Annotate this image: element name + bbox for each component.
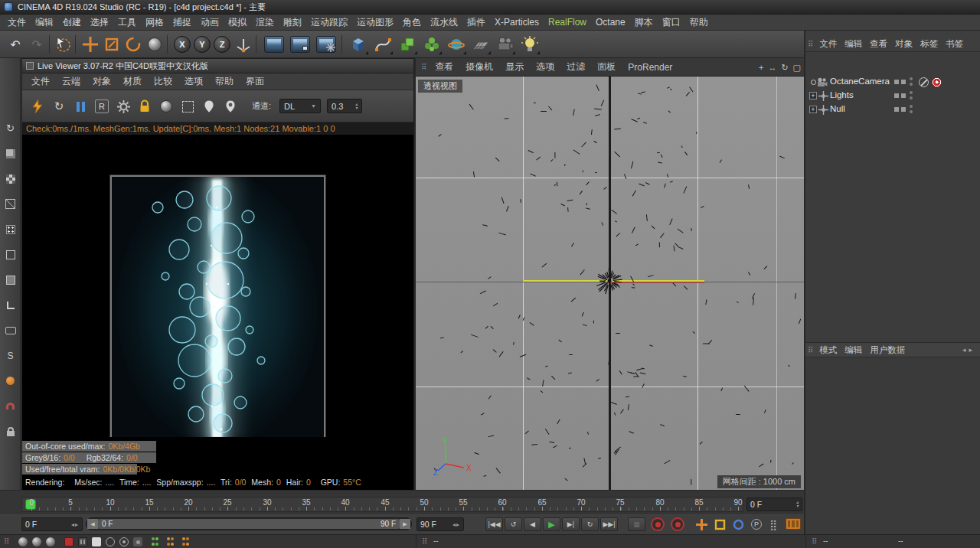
menu-simulate[interactable]: 模拟 — [224, 16, 251, 29]
record-keyframe-button[interactable] — [651, 517, 665, 531]
camera-icon[interactable] — [495, 34, 516, 55]
history-arrows-icon[interactable]: ◂▸ — [962, 346, 975, 354]
orange-cluster-icon[interactable] — [182, 537, 191, 546]
lv-menu-objects[interactable]: 对象 — [87, 75, 117, 88]
enable-axis-icon[interactable] — [2, 296, 19, 314]
gray-sphere-icon[interactable] — [18, 537, 28, 546]
lv-menu-cloud[interactable]: 云端 — [56, 75, 87, 88]
redo-icon[interactable]: ↷ — [26, 34, 47, 55]
current-frame-field[interactable]: 0 F◂▸ — [21, 517, 83, 531]
render-visibility-dot[interactable] — [910, 96, 913, 99]
am-menu-edit[interactable]: 编辑 — [841, 344, 866, 356]
live-viewer-titlebar[interactable]: Live Viewer 3.07-R2 中国C4D联盟中文汉化版 — [22, 59, 413, 73]
simulation-icon[interactable] — [446, 34, 467, 55]
floor-icon[interactable] — [470, 34, 492, 55]
texture-mode-icon[interactable] — [2, 170, 19, 188]
pick-object-icon[interactable] — [221, 97, 240, 116]
move-tool-icon[interactable] — [80, 34, 101, 55]
menu-script[interactable]: 脚本 — [630, 16, 658, 29]
viewport-solo-icon[interactable] — [2, 321, 19, 339]
render-visibility-dot[interactable] — [910, 83, 913, 86]
panel-grip-icon[interactable]: ⠿ — [419, 63, 429, 71]
rotate-tool-icon[interactable] — [122, 34, 144, 55]
menu-motion-tracker[interactable]: 运动跟踪 — [306, 16, 352, 29]
reset-button[interactable]: R — [93, 97, 111, 116]
loop-button[interactable]: ↻ — [581, 517, 599, 531]
polygons-mode-icon[interactable] — [2, 271, 19, 289]
menu-window[interactable]: 窗口 — [658, 16, 685, 29]
menu-help[interactable]: 帮助 — [685, 16, 713, 29]
object-manager-tree[interactable]: OctaneCamera + Lights + — [805, 52, 980, 342]
panel-splitter[interactable] — [414, 58, 416, 490]
end-frame-field[interactable]: 90 F◂▸ — [416, 517, 464, 531]
editor-visibility-dot[interactable] — [910, 91, 913, 94]
lv-menu-interface[interactable]: 界面 — [240, 75, 270, 88]
z-axis-lock-icon[interactable]: Z — [211, 34, 233, 55]
orange-cluster-icon[interactable] — [167, 537, 176, 546]
panel-grip-icon[interactable]: ⠿ — [805, 346, 815, 354]
restart-render-icon[interactable]: ↻ — [50, 97, 68, 116]
render-picture-viewer-icon[interactable] — [288, 34, 312, 55]
panel-grip-icon[interactable]: ⠿ — [420, 537, 430, 546]
points-mode-icon[interactable] — [2, 220, 19, 238]
menu-animate[interactable]: 动画 — [196, 16, 224, 29]
pause-render-icon[interactable] — [71, 97, 90, 116]
lock-resolution-icon[interactable] — [136, 97, 154, 116]
coordinate-system-icon[interactable] — [233, 34, 254, 55]
menu-character[interactable]: 角色 — [398, 16, 426, 29]
editor-visibility-dot[interactable] — [910, 105, 913, 108]
send-scene-icon[interactable] — [28, 97, 47, 116]
expand-icon[interactable]: + — [809, 92, 817, 99]
viewport-zoom-icon[interactable]: ↔ — [768, 63, 776, 72]
expand-icon[interactable]: + — [809, 106, 817, 113]
object-row-octanecamera[interactable]: OctaneCamera — [807, 76, 977, 89]
cube-primitive-icon[interactable] — [348, 34, 369, 55]
record-parameter-toggle[interactable]: P — [749, 517, 764, 531]
layer-toggle-icon[interactable] — [894, 80, 899, 84]
x-axis-lock-icon[interactable]: X — [172, 34, 193, 55]
lv-menu-compare[interactable]: 比较 — [148, 75, 178, 88]
layer-toggle-icon[interactable] — [901, 107, 906, 112]
menu-mograph[interactable]: 运动图形 — [352, 16, 398, 29]
goto-end-button[interactable]: ▶▶| — [600, 517, 618, 531]
mograph-cloner-icon[interactable] — [397, 34, 418, 55]
magnet-icon[interactable] — [2, 397, 19, 415]
attribute-manager-body[interactable] — [805, 357, 980, 534]
menu-xparticles[interactable]: X-Particles — [490, 17, 544, 28]
om-menu-objects[interactable]: 对象 — [891, 38, 916, 50]
menu-sculpt[interactable]: 雕刻 — [279, 16, 306, 29]
vp-menu-display[interactable]: 显示 — [499, 60, 530, 73]
menu-render[interactable]: 渲染 — [251, 16, 279, 29]
film-strip-icon[interactable] — [78, 537, 87, 546]
record-pla-toggle[interactable]: ⣿ — [766, 517, 781, 531]
vp-menu-view[interactable]: 查看 — [429, 60, 459, 73]
object-row-null[interactable]: + Null — [807, 103, 977, 116]
timeline-ruler[interactable]: 0 5 10 15 20 25 30 35 40 45 50 55 60 65 … — [21, 497, 743, 512]
menu-realflow[interactable]: RealFlow — [544, 17, 591, 28]
region-render-icon[interactable] — [178, 97, 197, 116]
light-icon[interactable] — [519, 34, 541, 55]
lv-menu-help[interactable]: 帮助 — [209, 75, 240, 88]
viewport-maximize-icon[interactable]: ▢ — [793, 63, 801, 73]
om-menu-edit[interactable]: 编辑 — [841, 38, 866, 50]
object-row-lights[interactable]: + Lights — [807, 90, 977, 103]
gray-sphere-icon[interactable] — [32, 537, 41, 546]
make-preview-button[interactable]: ▦ — [628, 517, 645, 531]
object-label[interactable]: Null — [830, 104, 845, 113]
menu-edit[interactable]: 编辑 — [31, 16, 58, 29]
play-backwards-button[interactable]: ↺ — [505, 517, 522, 531]
play-button[interactable]: ▶ — [543, 517, 560, 531]
camera-toggle-icon[interactable] — [811, 80, 816, 85]
vp-menu-panel[interactable]: 面板 — [591, 60, 622, 73]
target-icon[interactable] — [119, 537, 129, 546]
record-position-toggle[interactable] — [694, 517, 709, 531]
edges-mode-icon[interactable] — [2, 246, 19, 263]
panel-grip-icon[interactable]: ⠿ — [805, 40, 815, 48]
panel-splitter[interactable] — [804, 31, 805, 548]
menu-octane[interactable]: Octane — [591, 17, 630, 28]
vp-menu-filter[interactable]: 过滤 — [560, 60, 591, 73]
last-tool-icon[interactable] — [144, 34, 165, 55]
paint-icon[interactable] — [2, 372, 19, 390]
snap-icon[interactable]: S — [2, 347, 19, 364]
make-editable-icon[interactable]: ↻ — [2, 119, 19, 137]
